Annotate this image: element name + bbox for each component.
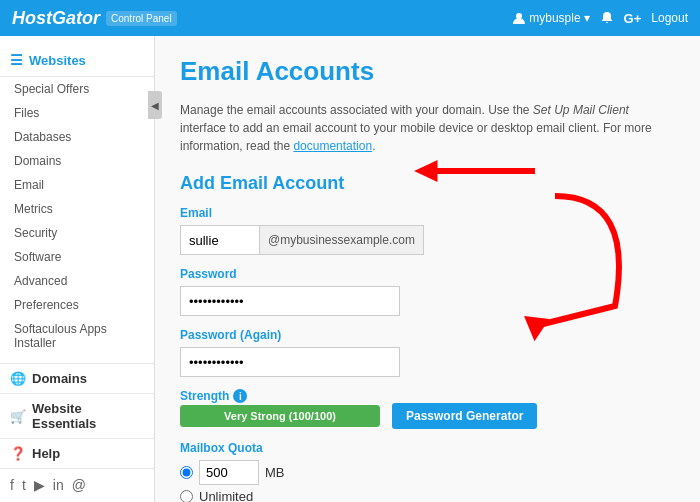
email-label: Email: [180, 206, 675, 220]
sidebar-item-preferences[interactable]: Preferences: [0, 293, 154, 317]
email-field-row: @mybusinessexample.com: [180, 225, 675, 255]
sidebar-domains-header[interactable]: 🌐 Domains: [0, 363, 154, 393]
twitter-icon[interactable]: t: [22, 477, 26, 493]
strength-row: Very Strong (100/100) Password Generator: [180, 403, 675, 429]
quota-unit: MB: [265, 465, 285, 480]
strength-label: Strength i: [180, 389, 675, 403]
unlimited-radio-row: Unlimited: [180, 489, 675, 502]
strength-bar-text: Very Strong (100/100): [180, 410, 380, 422]
strength-bar-container: Very Strong (100/100): [180, 405, 380, 427]
mailbox-quota-label: Mailbox Quota: [180, 441, 675, 455]
logo-name: HostGator: [12, 8, 100, 29]
sidebar-essentials-header[interactable]: 🛒 Website Essentials: [0, 393, 154, 438]
sidebar-item-advanced[interactable]: Advanced: [0, 269, 154, 293]
password-label: Password: [180, 267, 675, 281]
quota-unlimited-radio[interactable]: [180, 490, 193, 502]
sidebar-help-header[interactable]: ❓ Help: [0, 438, 154, 468]
sidebar-item-security[interactable]: Security: [0, 221, 154, 245]
sidebar-item-metrics[interactable]: Metrics: [0, 197, 154, 221]
email-domain-display: @mybusinessexample.com: [260, 225, 424, 255]
password-again-label: Password (Again): [180, 328, 675, 342]
main-content: Email Accounts Manage the email accounts…: [155, 36, 700, 502]
password-generator-button[interactable]: Password Generator: [392, 403, 537, 429]
quota-radio-row: MB: [180, 460, 675, 485]
password-input[interactable]: [180, 286, 400, 316]
facebook-icon[interactable]: f: [10, 477, 14, 493]
logo-sub: Control Panel: [106, 11, 177, 26]
strength-group: Strength i Very Strong (100/100) Passwor…: [180, 389, 675, 429]
sidebar-item-domains[interactable]: Domains: [0, 149, 154, 173]
social-links: f t ▶ in @: [0, 468, 154, 501]
notifications[interactable]: [600, 11, 614, 25]
sidebar-item-files[interactable]: Files: [0, 101, 154, 125]
logo: HostGator Control Panel: [12, 8, 177, 29]
help-icon: ❓: [10, 446, 26, 461]
sidebar-item-special-offers[interactable]: Special Offers: [0, 77, 154, 101]
user-menu[interactable]: mybusple ▾: [512, 11, 589, 25]
password-again-input[interactable]: [180, 347, 400, 377]
description: Manage the email accounts associated wit…: [180, 101, 675, 155]
youtube-icon[interactable]: ▶: [34, 477, 45, 493]
google-icon: G+: [624, 11, 642, 26]
unlimited-label: Unlimited: [199, 489, 253, 502]
form-title: Add Email Account: [180, 173, 675, 194]
top-header: HostGator Control Panel mybusple ▾ G+ Lo…: [0, 0, 700, 36]
sidebar-item-email[interactable]: Email: [0, 173, 154, 197]
header-right: mybusple ▾ G+ Logout: [512, 11, 688, 26]
logout-link[interactable]: Logout: [651, 11, 688, 25]
quota-value-input[interactable]: [199, 460, 259, 485]
page-title: Email Accounts: [180, 56, 675, 87]
websites-section: ☰ Websites Special Offers Files Database…: [0, 36, 154, 363]
sidebar-item-softaculous[interactable]: Softaculous Apps Installer: [0, 317, 154, 355]
cart-icon: 🛒: [10, 409, 26, 424]
sidebar: ☰ Websites Special Offers Files Database…: [0, 36, 155, 502]
sidebar-item-databases[interactable]: Databases: [0, 125, 154, 149]
password-group: Password: [180, 267, 675, 316]
password-again-group: Password (Again): [180, 328, 675, 377]
quota-500-radio[interactable]: [180, 466, 193, 479]
instagram-icon[interactable]: @: [72, 477, 86, 493]
documentation-link[interactable]: documentation: [293, 139, 372, 153]
linkedin-icon[interactable]: in: [53, 477, 64, 493]
sidebar-collapse-arrow[interactable]: ◀: [148, 91, 162, 119]
mailbox-quota-group: Mailbox Quota MB Unlimited: [180, 441, 675, 502]
sidebar-item-software[interactable]: Software: [0, 245, 154, 269]
domains-icon: 🌐: [10, 371, 26, 386]
menu-icon: ☰: [10, 52, 23, 68]
bell-icon: [600, 11, 614, 25]
strength-info-icon[interactable]: i: [233, 389, 247, 403]
user-icon: [512, 11, 526, 25]
email-username-input[interactable]: [180, 225, 260, 255]
sidebar-websites-header[interactable]: ☰ Websites: [0, 44, 154, 77]
email-group: Email @mybusinessexample.com: [180, 206, 675, 255]
